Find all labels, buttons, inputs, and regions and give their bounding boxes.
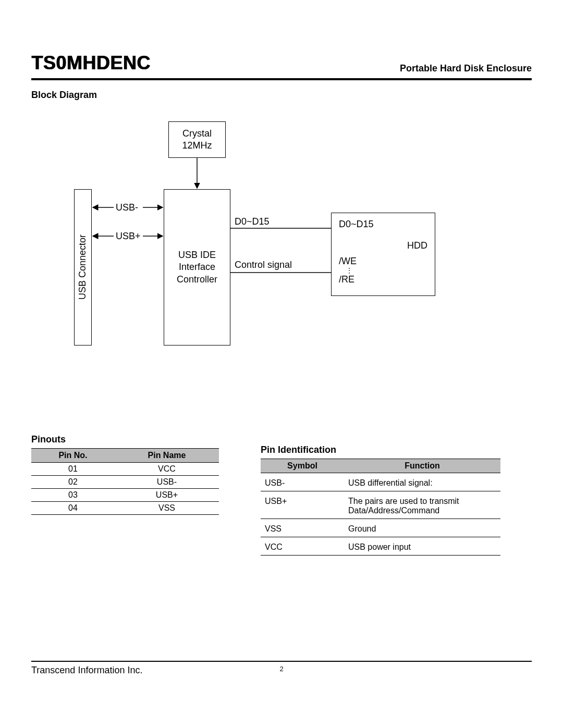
hdd-d0d15: D0~D15 xyxy=(339,218,374,230)
table-row: VSSGround xyxy=(261,519,500,537)
page-header: TS0MHDENC Portable Hard Disk Enclosure xyxy=(31,52,532,80)
pin-identification-table: Symbol Function USB-USB differential sig… xyxy=(261,459,500,556)
controller-block: USB IDE Interface Controller xyxy=(164,189,230,346)
label-d0d15: D0~D15 xyxy=(235,216,270,227)
label-usb-plus: USB+ xyxy=(116,231,141,242)
hdd-block: D0~D15 HDD /WE ⋮ /RE xyxy=(331,213,435,296)
hdd-dots: ⋮ xyxy=(346,267,352,274)
product-subtitle: Portable Hard Disk Enclosure xyxy=(400,63,532,74)
crystal-line1: Crystal xyxy=(182,128,212,140)
diagram-connectors xyxy=(31,121,532,382)
controller-line3: Controller xyxy=(177,274,217,286)
crystal-line2: 12MHz xyxy=(182,140,212,152)
pinouts-table: Pin No. Pin Name 01VCC 02USB- 03USB+ 04V… xyxy=(31,448,219,515)
pinid-title: Pin Identification xyxy=(261,445,500,455)
label-control-signal: Control signal xyxy=(235,260,292,270)
hdd-re: /RE xyxy=(339,274,354,286)
pinid-header-function: Function xyxy=(344,459,500,473)
table-row: 04VSS xyxy=(31,502,219,515)
hdd-we: /WE xyxy=(339,255,357,267)
pinid-header-symbol: Symbol xyxy=(261,459,344,473)
table-row: 01VCC xyxy=(31,463,219,476)
usb-connector-block: USB Connector xyxy=(74,189,92,346)
pinouts-title: Pinouts xyxy=(31,434,219,445)
pinouts-header-pinname: Pin Name xyxy=(115,449,219,463)
table-row: 03USB+ xyxy=(31,489,219,502)
controller-line2: Interface xyxy=(179,261,215,273)
table-row: 02USB- xyxy=(31,476,219,489)
product-title: TS0MHDENC xyxy=(31,52,151,74)
controller-line1: USB IDE xyxy=(178,249,216,261)
footer-page-number: 2 xyxy=(279,665,283,673)
block-diagram: Crystal 12MHz USB Connector USB IDE Inte… xyxy=(31,121,532,382)
hdd-title: HDD xyxy=(407,240,427,252)
table-row: USB-USB differential signal: xyxy=(261,473,500,491)
usb-connector-label: USB Connector xyxy=(77,235,89,300)
section-block-diagram-title: Block Diagram xyxy=(31,90,532,101)
table-row: VCCUSB power input xyxy=(261,537,500,556)
crystal-block: Crystal 12MHz xyxy=(168,121,226,158)
footer-company: Transcend Information Inc. xyxy=(31,665,142,676)
page-footer: Transcend Information Inc. 2 xyxy=(31,661,532,676)
table-row: USB+The pairs are used to transmit Data/… xyxy=(261,491,500,519)
pinouts-header-pinno: Pin No. xyxy=(31,449,115,463)
label-usb-minus: USB- xyxy=(116,202,138,213)
